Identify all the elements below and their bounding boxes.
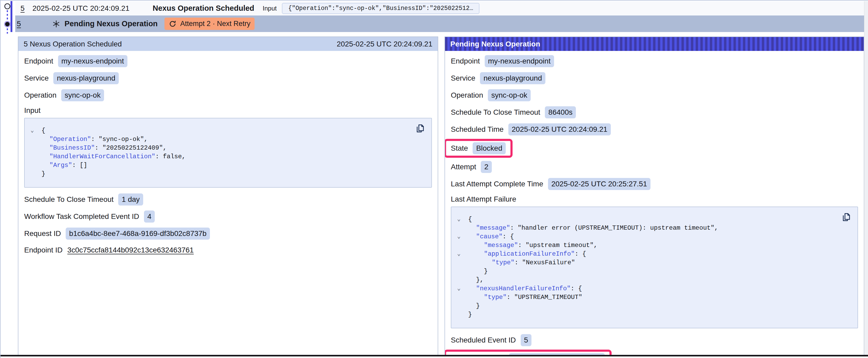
endpoint-id-value[interactable]: 3c0c75ccfa8144b092c13ce632463761 — [67, 246, 194, 254]
json-text: : { — [502, 233, 514, 240]
code-line: ⌄{ — [25, 126, 424, 135]
code-line: "Args": [] — [25, 161, 424, 169]
json-text: : "sync-op-ok", — [91, 136, 148, 143]
json-text: { — [41, 127, 45, 134]
code-line: "message": "upstream timeout", — [451, 241, 849, 250]
json-text: } — [41, 170, 45, 177]
code-line: } — [451, 301, 849, 310]
json-text: { — [468, 216, 472, 223]
json-key: "message" — [484, 242, 518, 249]
timeline-open-event-icon — [5, 4, 10, 9]
json-text: : "UPSTREAM_TIMEOUT" — [506, 294, 582, 301]
json-key: "HandlerWaitForCancellation" — [50, 153, 155, 160]
panel-body: Endpointmy-nexus-endpointServicenexus-pl… — [445, 51, 864, 355]
vertical-scrollbar[interactable] — [864, 1, 868, 355]
collapse-chevron-icon[interactable]: ⌄ — [457, 232, 461, 241]
state-value: Blocked — [473, 142, 506, 154]
operation-row: Operationsync-op-ok — [451, 89, 531, 101]
code-line: }, — [451, 275, 849, 284]
collapse-chevron-icon[interactable]: ⌄ — [457, 284, 461, 293]
code-line: "HandlerWaitForCancellation": false, — [25, 152, 424, 161]
event-id-link[interactable]: 5 — [17, 20, 21, 28]
code-line: } — [25, 169, 424, 178]
json-text: : "20250225122409", — [95, 144, 167, 152]
pending-asterisk-icon — [52, 20, 60, 28]
request-id-value: b1c6a4bc-8ee7-468a-9169-df3b02c8737b — [66, 228, 210, 240]
retry-badge-label: Attempt 2 · Next Retry — [180, 20, 250, 28]
endpoint-row: Endpointmy-nexus-endpoint — [24, 55, 127, 67]
collapse-chevron-icon[interactable]: ⌄ — [457, 215, 461, 224]
operation-label: Operation — [451, 91, 483, 99]
endpoint-label: Endpoint — [451, 57, 480, 65]
scheduled-time-label: Scheduled Time — [451, 125, 504, 134]
blocked-reason-row-highlighted: Blocked ReasonThe circuit breaker is ope… — [444, 350, 612, 355]
event-id-link[interactable]: 5 — [21, 4, 25, 12]
request-id-label: Request ID — [24, 229, 61, 238]
input-code-block: ⌄{"Operation": "sync-op-ok","BusinessID"… — [24, 118, 432, 188]
event-detail-panel-pending: Pending Nexus Operation Endpointmy-nexus… — [444, 36, 864, 355]
json-text: : "handler error (UPSTREAM_TIMEOUT): ups… — [510, 224, 718, 231]
json-key: "cause" — [476, 233, 502, 240]
service-row: Servicenexus-playground — [451, 72, 546, 84]
endpoint-id-label: Endpoint ID — [24, 246, 63, 254]
service-row: Servicenexus-playground — [24, 72, 119, 84]
panel-body: Endpointmy-nexus-endpointServicenexus-pl… — [19, 51, 438, 256]
code-line: } — [451, 310, 849, 319]
json-key: "type" — [492, 259, 515, 266]
json-text: : false, — [155, 153, 185, 160]
last-attempt-complete-time-value: 2025-02-25 UTC 20:25:27.51 — [548, 178, 650, 190]
json-text: } — [468, 311, 472, 318]
collapse-chevron-icon[interactable]: ⌄ — [457, 250, 461, 258]
json-text: } — [484, 268, 488, 275]
json-key: "type" — [484, 294, 506, 301]
endpoint-value: my-nexus-endpoint — [58, 55, 127, 67]
schedule-to-close-timeout-label: Schedule To Close Timeout — [451, 108, 540, 117]
endpoint-value: my-nexus-endpoint — [485, 55, 554, 67]
last-attempt-complete-time-label: Last Attempt Complete Time — [451, 180, 543, 188]
timeline-active-bar — [10, 1, 12, 32]
state-row-highlighted: StateBlocked — [444, 139, 513, 158]
retry-attempt-badge: Attempt 2 · Next Retry — [164, 18, 254, 30]
code-line: "type": "UPSTREAM_TIMEOUT" — [451, 293, 849, 301]
json-text: }, — [476, 276, 484, 284]
code-line: "BusinessID": "20250225122409", — [25, 143, 424, 152]
code-line: ⌄{ — [451, 215, 849, 224]
code-line: "Operation": "sync-op-ok", — [25, 135, 424, 143]
last-attempt-failure-label: Last Attempt Failure — [451, 195, 858, 203]
event-row-scheduled[interactable]: 5 2025-02-25 UTC 20:24:09.21 Nexus Opera… — [15, 1, 864, 15]
code-line: ⌄"cause": { — [451, 232, 849, 241]
request-id-row: Request IDb1c6a4bc-8ee7-468a-9169-df3b02… — [24, 228, 210, 240]
retry-icon — [169, 20, 177, 28]
workflow-task-completed-event-id-value: 4 — [144, 210, 155, 223]
json-text: : { — [570, 285, 582, 292]
input-label: Input — [24, 106, 432, 115]
json-text: : "upstream timeout", — [518, 242, 597, 249]
json-key: "Operation" — [50, 136, 91, 143]
json-key: "Args" — [50, 162, 72, 169]
panel-header-time: 2025-02-25 UTC 20:24:09.21 — [337, 40, 432, 48]
attempt-row: Attempt2 — [451, 161, 492, 173]
code-line: ⌄"applicationFailureInfo": { — [451, 250, 849, 258]
endpoint-id-row: Endpoint ID3c0c75ccfa8144b092c13ce632463… — [24, 245, 194, 256]
scheduled-time-value: 2025-02-25 UTC 20:24:09.21 — [508, 123, 611, 135]
schedule-to-close-timeout-value: 1 day — [118, 193, 143, 205]
input-inline-label: Input — [263, 5, 277, 12]
json-key: "BusinessID" — [50, 144, 95, 152]
endpoint-label: Endpoint — [24, 57, 53, 65]
code-line: "type": "NexusFailure" — [451, 258, 849, 267]
scheduled-time-row: Scheduled Time2025-02-25 UTC 20:24:09.21 — [451, 123, 611, 135]
scheduled-event-id-value: 5 — [521, 334, 532, 346]
json-text: : "NexusFailure" — [515, 259, 575, 266]
scheduled-event-id-row: Scheduled Event ID5 — [451, 334, 531, 346]
endpoint-row: Endpointmy-nexus-endpoint — [451, 55, 554, 67]
panel-header: 5 Nexus Operation Scheduled 2025-02-25 U… — [19, 37, 438, 51]
event-row-pending[interactable]: 5 Pending Nexus Operation Attempt 2 · Ne… — [15, 15, 864, 32]
code-line: "message": "handler error (UPSTREAM_TIME… — [451, 224, 849, 232]
window-bottom-edge — [1, 355, 868, 356]
event-title: Nexus Operation Scheduled — [153, 4, 254, 12]
json-text: : [] — [72, 162, 87, 169]
json-key: "nexusHandlerFailureInfo" — [476, 285, 570, 292]
collapse-chevron-icon[interactable]: ⌄ — [30, 126, 34, 135]
schedule-to-close-timeout-row: Schedule To Close Timeout1 day — [24, 193, 143, 205]
schedule-to-close-timeout-row: Schedule To Close Timeout86400s — [451, 106, 576, 118]
